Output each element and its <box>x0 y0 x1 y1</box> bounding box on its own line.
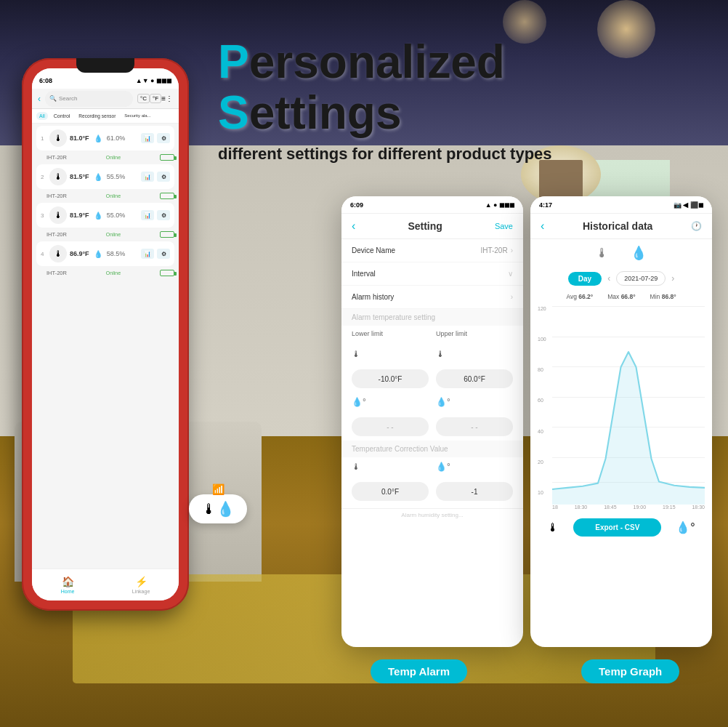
settings-phone: 6:09 ▲ ● ◼◼◼ ‹ Setting Save Device Name … <box>341 196 523 647</box>
interval-label: Interval <box>352 270 376 278</box>
sensor-label-3: IHT-20R Online <box>32 230 179 239</box>
search-placeholder: Search <box>59 95 77 102</box>
unit-f[interactable]: °F <box>150 94 161 103</box>
hum-limit-icons: 💧° 💧° <box>341 393 523 413</box>
nav-linkage[interactable]: ⚡ Linkage <box>132 576 150 594</box>
correction-hum-input[interactable]: -1 <box>436 482 513 501</box>
temp-graph-label: Temp Graph <box>581 659 679 683</box>
y-label-20: 20 <box>538 459 546 465</box>
status-icons: ▲▼ ● ◼◼◼ <box>136 77 171 84</box>
lower-value-col: -10.0°F <box>352 369 429 388</box>
home-label: Home <box>61 589 75 594</box>
upper-hum-col: 💧° <box>436 397 513 409</box>
sensor-temp-3: 81.9°F <box>70 212 89 219</box>
device-name-label: Device Name <box>352 246 395 254</box>
more-icon[interactable]: ⋮ <box>166 95 173 103</box>
chart-btn-3[interactable]: 📊 <box>141 210 154 220</box>
lower-limit-label: Lower limit <box>352 330 429 337</box>
upper-value-col: 60.0°F <box>436 369 513 388</box>
phone-notch <box>76 58 134 73</box>
settings-btn-3[interactable]: ⚙ <box>157 210 170 220</box>
sensor-model-3: IHT-20R <box>46 231 67 238</box>
nav-bar: ‹ 🔍 Search °C °F ≡ ⋮ <box>32 89 179 109</box>
tab-security[interactable]: Security ala... <box>121 112 153 120</box>
history-clock-icon[interactable]: 🕐 <box>691 221 702 231</box>
sensor-icon-2: 🌡 <box>49 168 67 185</box>
header-section: Personalized Settings different settings… <box>203 22 706 178</box>
search-bar[interactable]: 🔍 Search <box>45 91 133 107</box>
bottom-nav: 🏠 Home ⚡ Linkage <box>32 569 179 601</box>
limit-icons-row: 🌡 🌡 <box>341 345 523 365</box>
temp-alarm-label: Temp Alarm <box>371 659 467 683</box>
history-phone: 4:17 📷 ◀ ⬛◼ ‹ Historical data 🕐 🌡 💧 Day … <box>530 196 712 647</box>
chart-btn-2[interactable]: 📊 <box>141 172 154 182</box>
upper-limit-input[interactable]: 60.0°F <box>436 369 513 388</box>
settings-btn-4[interactable]: ⚙ <box>157 249 170 259</box>
sensor-status-1: Online <box>106 155 121 160</box>
y-label-100: 100 <box>538 337 546 342</box>
x-label-1915: 19:15 <box>663 505 676 510</box>
settings-back-btn[interactable]: ‹ <box>352 220 355 233</box>
next-date-btn[interactable]: › <box>671 273 674 284</box>
interval-row[interactable]: Interval ∨ <box>341 262 523 286</box>
settings-title: Setting <box>408 220 442 232</box>
page-title: Personalized Settings <box>218 36 692 139</box>
sensor-label-4: IHT-20R Online <box>32 268 179 278</box>
min-stat: Min 86.8° <box>650 293 676 300</box>
x-label-1830: 18:30 <box>575 505 588 510</box>
export-csv-btn[interactable]: Export - CSV <box>573 518 661 537</box>
sensor-row-1: 1 🌡 81.0°F 💧 61.0% 📊 ⚙ <box>36 126 174 150</box>
upper-hum-input[interactable]: - - <box>436 417 513 436</box>
upper-hum-icon: 💧° <box>436 397 513 407</box>
lower-limit-input[interactable]: -10.0°F <box>352 369 429 388</box>
sensor-num-4: 4 <box>41 251 46 257</box>
x-label-1845: 18:45 <box>604 505 617 510</box>
sensor-group-3: 3 🌡 81.9°F 💧 55.0% 📊 ⚙ IHT-20R Online <box>32 203 179 239</box>
alarm-history-label: Alarm history <box>352 293 394 301</box>
correction-header: Temperature Correction Value <box>341 441 523 457</box>
limit-labels-row: Lower limit Upper limit <box>341 326 523 345</box>
settings-btn-1[interactable]: ⚙ <box>157 133 170 143</box>
correction-temp-input[interactable]: 0.0°F <box>352 482 429 501</box>
sensor-tabs: All Control Recording sensor Security al… <box>32 109 179 124</box>
tab-all[interactable]: All <box>36 112 48 120</box>
svg-marker-0 <box>552 352 705 505</box>
lower-hum-input[interactable]: - - <box>352 417 429 436</box>
unit-c[interactable]: °C <box>137 94 150 103</box>
export-hum-icon: 💧° <box>676 521 695 534</box>
sensor-model-2: IHT-20R <box>46 193 67 199</box>
chart-y-axis: 120 100 80 60 40 20 10 <box>538 306 546 495</box>
sensor-row-2: 2 🌡 81.5°F 💧 55.5% 📊 ⚙ <box>36 164 174 189</box>
x-label-1930: 18:30 <box>692 505 705 510</box>
tab-control[interactable]: Control <box>51 112 73 120</box>
chart-btn-1[interactable]: 📊 <box>141 133 154 143</box>
x-label-1900: 19:00 <box>634 505 647 510</box>
y-label-80: 80 <box>538 367 546 372</box>
day-button[interactable]: Day <box>568 272 602 286</box>
sensor-temp-2: 81.5°F <box>70 173 89 180</box>
y-label-60: 60 <box>538 398 546 403</box>
lower-hum-val-col: - - <box>352 417 429 436</box>
settings-save-btn[interactable]: Save <box>495 222 513 230</box>
export-row: 🌡 Export - CSV 💧° <box>530 513 712 542</box>
nav-home[interactable]: 🏠 Home <box>61 576 75 594</box>
settings-header: ‹ Setting Save <box>341 214 523 239</box>
alarm-history-row[interactable]: Alarm history › <box>341 286 523 309</box>
sensor-num-2: 2 <box>41 174 46 180</box>
battery-3 <box>160 231 174 238</box>
sensor-num-1: 1 <box>41 135 46 142</box>
phone-screen: 6:08 ▲▼ ● ◼◼◼ ‹ 🔍 Search °C °F ≡ ⋮ All C… <box>32 68 179 601</box>
chart-btn-4[interactable]: 📊 <box>141 249 154 259</box>
sensor-hum-2: 55.5% <box>107 173 126 180</box>
sensor-data-3: 81.9°F 💧 55.0% <box>70 212 138 220</box>
tab-recording[interactable]: Recording sensor <box>76 112 118 120</box>
prev-date-btn[interactable]: ‹ <box>607 273 610 284</box>
history-back-btn[interactable]: ‹ <box>541 220 544 233</box>
sensor-data-1: 81.0°F 💧 61.0% <box>70 134 138 142</box>
sensor-actions-1: 📊 ⚙ <box>141 133 170 143</box>
settings-btn-2[interactable]: ⚙ <box>157 172 170 182</box>
back-icon[interactable]: ‹ <box>38 94 41 104</box>
sensor-label-1: IHT-20R Online <box>32 153 179 162</box>
status-time: 6:08 <box>39 77 52 84</box>
main-phone: 6:08 ▲▼ ● ◼◼◼ ‹ 🔍 Search °C °F ≡ ⋮ All C… <box>22 58 196 625</box>
